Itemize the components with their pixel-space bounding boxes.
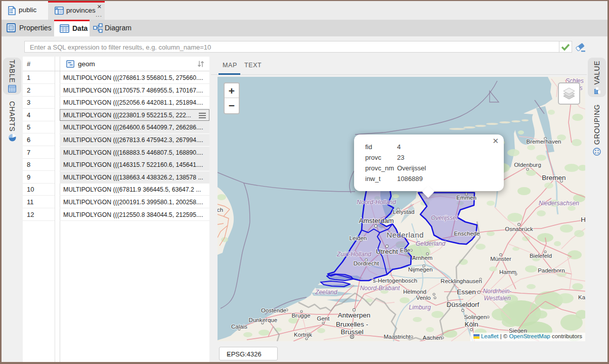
svg-text:Solingen: Solingen (464, 314, 487, 320)
svg-text:Köln: Köln (464, 321, 478, 328)
svg-text:H: H (581, 216, 585, 223)
svg-text:ch: ch (218, 207, 223, 213)
svg-text:Maastricht: Maastricht (383, 334, 411, 340)
svg-text:Gent: Gent (317, 315, 330, 322)
svg-text:'s-Hertogenbosch: 's-Hertogenbosch (372, 278, 417, 284)
svg-text:Dordrecht: Dordrecht (354, 260, 379, 266)
svg-text:Leiden: Leiden (350, 235, 367, 241)
svg-text:Bremen: Bremen (542, 174, 566, 181)
svg-text:Ede: Ede (400, 247, 410, 253)
svg-text:Aachen: Aachen (422, 335, 442, 341)
svg-text:Enschede: Enschede (454, 231, 480, 237)
svg-text:Amsterdam: Amsterdam (359, 217, 394, 224)
svg-text:Nijmegen: Nijmegen (408, 266, 433, 272)
svg-text:Kas: Kas (578, 294, 585, 300)
svg-text:Utrecht: Utrecht (376, 248, 398, 255)
svg-text:Düsseldorf: Düsseldorf (447, 301, 480, 308)
svg-text:Noord-Brabant: Noord-Brabant (360, 285, 400, 292)
svg-text:Essen: Essen (457, 288, 476, 296)
svg-text:Limburg: Limburg (409, 304, 431, 311)
svg-text:Overijssel: Overijssel (431, 214, 458, 221)
svg-text:Antwerpen: Antwerpen (338, 311, 371, 319)
svg-text:Dunkerque: Dunkerque (249, 317, 277, 323)
svg-text:Recklinghausen: Recklinghausen (441, 278, 482, 284)
svg-text:Kortrijk: Kortrijk (294, 332, 312, 338)
svg-text:Hamm: Hamm (499, 269, 516, 275)
svg-text:Venlo: Venlo (416, 295, 431, 301)
svg-text:Westfalen: Westfalen (484, 295, 510, 302)
svg-text:Nordrhein-: Nordrhein- (483, 288, 512, 295)
svg-text:Noord-Holland: Noord-Holland (357, 199, 396, 206)
svg-text:Helmond: Helmond (403, 289, 426, 295)
svg-text:Brugge: Brugge (291, 312, 310, 318)
svg-text:Emmen: Emmen (456, 195, 476, 201)
svg-text:Zeeland: Zeeland (315, 289, 337, 296)
svg-text:Bremerhaven: Bremerhaven (526, 139, 561, 145)
svg-text:Lelystad: Lelystad (393, 209, 415, 215)
svg-text:Niedersachsen: Niedersachsen (539, 200, 579, 207)
svg-text:Münster: Münster (490, 256, 511, 262)
svg-text:Gelderland: Gelderland (416, 240, 446, 247)
svg-text:Arnhem: Arnhem (412, 255, 432, 261)
svg-text:Bruxelles -: Bruxelles - (336, 321, 368, 328)
svg-text:Zuid-Holland: Zuid-Holland (336, 251, 371, 258)
svg-text:Oldenburg: Oldenburg (514, 162, 541, 168)
svg-text:Brussel: Brussel (340, 328, 363, 336)
svg-text:Oostende: Oostende (261, 307, 286, 313)
svg-text:Nederland: Nederland (386, 231, 424, 239)
svg-text:Calais: Calais (231, 324, 247, 330)
